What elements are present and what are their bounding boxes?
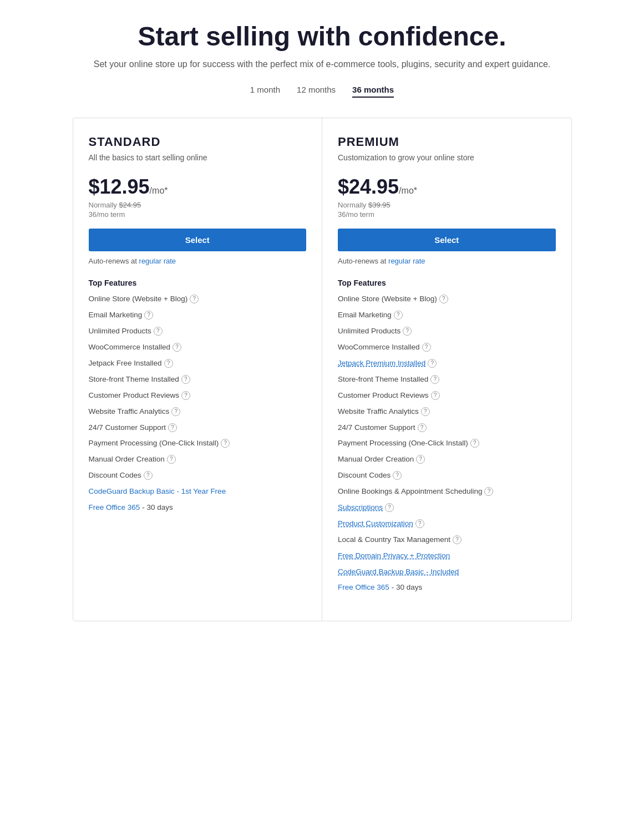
standard-feature-office365: Free Office 365 - 30 days (89, 503, 307, 513)
premium-feature-traffic-analytics: Website Traffic Analytics ? (338, 407, 556, 417)
billing-tabs: 1 month 12 months 36 months (33, 85, 611, 98)
tab-12months[interactable]: 12 months (297, 85, 336, 98)
email-marketing-info-icon[interactable]: ? (144, 311, 153, 320)
premium-select-button[interactable]: Select (338, 229, 556, 251)
traffic-analytics-info-icon[interactable]: ? (171, 407, 180, 416)
standard-plan-normally: Normally $24.95 (89, 201, 307, 209)
p-bookings-info-icon[interactable]: ? (484, 487, 493, 496)
p-storefront-theme-info-icon[interactable]: ? (430, 375, 439, 384)
standard-feature-codeguard: CodeGuard Backup Basic - 1st Year Free (89, 487, 307, 497)
customer-reviews-info-icon[interactable]: ? (181, 391, 190, 400)
online-store-info-icon[interactable]: ? (190, 295, 199, 303)
p-payment-processing-info-icon[interactable]: ? (470, 439, 479, 448)
premium-feature-woocommerce: WooCommerce Installed ? (338, 342, 556, 353)
p-office365-link[interactable]: Free Office 365 (338, 582, 389, 593)
standard-plan-desc: All the basics to start selling online (89, 153, 307, 164)
premium-plan-normally: Normally $39.95 (338, 201, 556, 209)
standard-feature-traffic-analytics: Website Traffic Analytics ? (89, 407, 307, 417)
premium-feature-unlimited-products: Unlimited Products ? (338, 326, 556, 337)
standard-plan-name: STANDARD (89, 135, 307, 149)
p-unlimited-products-info-icon[interactable]: ? (403, 327, 412, 336)
standard-feature-customer-support: 24/7 Customer Support ? (89, 423, 307, 433)
premium-plan-name: PREMIUM (338, 135, 556, 149)
plans-container: STANDARD All the basics to start selling… (73, 118, 572, 622)
premium-feature-email-marketing: Email Marketing ? (338, 310, 556, 321)
standard-feature-customer-reviews: Customer Product Reviews ? (89, 391, 307, 401)
premium-feature-payment-processing: Payment Processing (One-Click Install) ? (338, 438, 556, 449)
standard-feature-payment-processing: Payment Processing (One-Click Install) ? (89, 438, 307, 449)
tab-36months[interactable]: 36 months (352, 85, 394, 98)
p-tax-management-info-icon[interactable]: ? (453, 535, 462, 544)
payment-processing-info-icon[interactable]: ? (221, 439, 230, 448)
premium-feature-bookings: Online Bookings & Appointment Scheduling… (338, 487, 556, 497)
p-product-customization-info-icon[interactable]: ? (415, 519, 424, 528)
standard-feature-discount-codes: Discount Codes ? (89, 470, 307, 481)
standard-select-button[interactable]: Select (89, 229, 307, 251)
p-discount-codes-info-icon[interactable]: ? (393, 471, 402, 480)
page-subtitle: Set your online store up for success wit… (33, 59, 611, 69)
standard-regular-rate-link[interactable]: regular rate (139, 257, 176, 265)
p-traffic-analytics-info-icon[interactable]: ? (421, 407, 430, 416)
p-woocommerce-info-icon[interactable]: ? (422, 343, 431, 352)
jetpack-free-info-icon[interactable]: ? (164, 359, 173, 368)
storefront-theme-info-icon[interactable]: ? (181, 375, 190, 384)
codeguard-link[interactable]: CodeGuard Backup Basic - 1st Year Free (89, 487, 226, 497)
standard-feature-online-store: Online Store (Website + Blog) ? (89, 294, 307, 305)
standard-feature-unlimited-products: Unlimited Products ? (89, 326, 307, 337)
standard-auto-renew: Auto-renews at regular rate (89, 257, 307, 265)
standard-feature-storefront-theme: Store-front Theme Installed ? (89, 374, 307, 385)
premium-feature-manual-order: Manual Order Creation ? (338, 454, 556, 465)
premium-plan-desc: Customization to grow your online store (338, 153, 556, 164)
premium-feature-customer-reviews: Customer Product Reviews ? (338, 391, 556, 401)
premium-feature-discount-codes: Discount Codes ? (338, 470, 556, 481)
premium-feature-product-customization: Product Customization ? (338, 519, 556, 529)
p-customer-support-info-icon[interactable]: ? (418, 423, 427, 432)
standard-plan-price: $12.95/mo* (89, 175, 307, 199)
plan-standard: STANDARD All the basics to start selling… (73, 118, 323, 621)
woocommerce-info-icon[interactable]: ? (173, 343, 181, 352)
tab-1month[interactable]: 1 month (250, 85, 280, 98)
premium-feature-customer-support: 24/7 Customer Support ? (338, 423, 556, 433)
p-subscriptions-info-icon[interactable]: ? (385, 503, 394, 512)
premium-feature-online-store: Online Store (Website + Blog) ? (338, 294, 556, 305)
plan-premium: PREMIUM Customization to grow your onlin… (322, 118, 571, 621)
standard-features-heading: Top Features (89, 278, 307, 287)
discount-codes-info-icon[interactable]: ? (144, 471, 153, 480)
premium-feature-domain-privacy: Free Domain Privacy + Protection (338, 551, 556, 561)
premium-auto-renew: Auto-renews at regular rate (338, 257, 556, 265)
premium-feature-jetpack: Jetpack Premium Installed ? (338, 358, 556, 369)
standard-feature-woocommerce: WooCommerce Installed ? (89, 342, 307, 353)
p-online-store-info-icon[interactable]: ? (439, 295, 448, 303)
standard-feature-manual-order: Manual Order Creation ? (89, 454, 307, 465)
p-manual-order-info-icon[interactable]: ? (416, 455, 425, 464)
premium-feature-subscriptions: Subscriptions ? (338, 503, 556, 513)
product-customization-link[interactable]: Product Customization (338, 519, 413, 529)
premium-feature-office365: Free Office 365 - 30 days (338, 582, 556, 593)
page-title: Start selling with confidence. (33, 22, 611, 52)
subscriptions-link[interactable]: Subscriptions (338, 503, 383, 513)
unlimited-products-info-icon[interactable]: ? (154, 327, 163, 336)
premium-plan-term: 36/mo term (338, 210, 556, 219)
p-codeguard-link[interactable]: CodeGuard Backup Basic - Included (338, 567, 459, 577)
premium-regular-rate-link[interactable]: regular rate (388, 257, 425, 265)
premium-feature-tax-management: Local & Country Tax Management ? (338, 535, 556, 545)
premium-feature-codeguard: CodeGuard Backup Basic - Included (338, 567, 556, 577)
premium-plan-price: $24.95/mo* (338, 175, 556, 199)
customer-support-info-icon[interactable]: ? (168, 423, 177, 432)
standard-plan-term: 36/mo term (89, 210, 307, 219)
premium-feature-storefront-theme: Store-front Theme Installed ? (338, 374, 556, 385)
premium-features-heading: Top Features (338, 278, 556, 287)
domain-privacy-link[interactable]: Free Domain Privacy + Protection (338, 551, 450, 561)
p-jetpack-info-icon[interactable]: ? (428, 359, 437, 368)
standard-feature-jetpack: Jetpack Free Installed ? (89, 358, 307, 369)
jetpack-premium-link[interactable]: Jetpack Premium Installed (338, 358, 425, 369)
standard-feature-email-marketing: Email Marketing ? (89, 310, 307, 321)
manual-order-info-icon[interactable]: ? (167, 455, 176, 464)
p-customer-reviews-info-icon[interactable]: ? (431, 391, 440, 400)
office365-link[interactable]: Free Office 365 (89, 503, 140, 513)
p-email-marketing-info-icon[interactable]: ? (394, 311, 403, 320)
